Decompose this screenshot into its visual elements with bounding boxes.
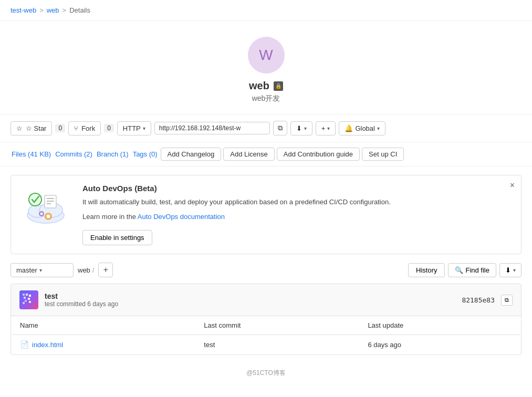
fork-icon: ⑂ [74, 124, 78, 132]
commit-info: test test committed 6 days ago 82185e83 … [11, 284, 521, 355]
branch-selector[interactable]: master ▾ [11, 263, 74, 277]
repo-visibility-badge: 🔒 [274, 81, 283, 91]
add-contribution-button[interactable]: Add Contribution guide [277, 148, 360, 161]
close-devops-banner-button[interactable]: × [510, 181, 515, 190]
breadcrumb-sep-1: > [39, 6, 44, 14]
svg-rect-12 [23, 294, 25, 296]
tabs-bar: Files (41 KB) Commits (2) Branch (1) Tag… [0, 142, 532, 166]
branch-chevron-icon: ▾ [39, 267, 42, 273]
breadcrumb: test-web > web > Details [0, 0, 532, 21]
col-last-update: Last update [359, 316, 520, 335]
repo-description: web开发 [11, 94, 521, 103]
action-bar: ☆ ☆ Star 0 ⑂ Fork 0 HTTP ▾ http://192.16… [0, 114, 532, 142]
svg-rect-8 [45, 195, 56, 208]
file-last-update: 6 days ago [359, 335, 520, 354]
svg-point-6 [40, 213, 43, 215]
tab-files[interactable]: Files (41 KB) [11, 148, 52, 160]
col-last-commit: Last commit [195, 316, 359, 335]
history-button[interactable]: History [408, 263, 445, 277]
file-browser-actions: History 🔍 Find file ⬇ ▾ [408, 263, 521, 277]
path-separator: / [92, 266, 95, 274]
chevron-down-icon-4: ▾ [377, 126, 380, 131]
search-icon: 🔍 [455, 266, 463, 274]
svg-point-7 [29, 193, 41, 206]
add-license-button[interactable]: Add License [223, 148, 275, 161]
table-row: 📄 index.html test 6 days ago [12, 335, 521, 354]
copy-hash-icon: ⧉ [505, 297, 509, 303]
bell-icon: 🔔 [345, 124, 353, 132]
add-file-button[interactable]: + [98, 263, 113, 277]
repo-header: W web 🔒 web开发 [0, 21, 532, 114]
download-icon: ⬇ [296, 124, 302, 132]
path-breadcrumb: web / [78, 266, 94, 274]
tab-branch[interactable]: Branch (1) [96, 148, 130, 160]
file-browser: master ▾ web / + History 🔍 Find file ⬇ ▾ [11, 263, 521, 355]
fork-count: 0 [104, 124, 114, 132]
enable-devops-button[interactable]: Enable in settings [82, 230, 152, 245]
devops-banner: Auto DevOps (Beta) It will automatically… [11, 175, 521, 254]
add-dropdown[interactable]: + ▾ [316, 121, 336, 135]
devops-learn-more: Learn more in the Auto DevOps documentat… [82, 212, 513, 222]
commit-hash: 82185e83 [462, 296, 495, 304]
star-button[interactable]: ☆ ☆ Star [11, 121, 52, 135]
breadcrumb-sep-2: > [62, 6, 67, 14]
svg-rect-15 [24, 297, 26, 299]
repo-name: web 🔒 [11, 80, 521, 92]
download-archive-button[interactable]: ⬇ ▾ [499, 263, 521, 277]
commit-row: test test committed 6 days ago 82185e83 … [11, 284, 521, 316]
plus-icon: + [321, 124, 326, 132]
devops-description: It will automatically build, test, and d… [82, 197, 513, 207]
col-name: Name [12, 316, 196, 335]
download-dropdown[interactable]: ⬇ ▾ [290, 121, 312, 135]
download-icon-2: ⬇ [505, 266, 511, 274]
tab-commits[interactable]: Commits (2) [54, 148, 93, 160]
copy-hash-button[interactable]: ⧉ [501, 295, 513, 306]
file-link[interactable]: 📄 index.html [20, 340, 187, 349]
commit-subtitle: test committed 6 days ago [45, 300, 455, 308]
add-changelog-button[interactable]: Add Changelog [161, 148, 222, 161]
svg-rect-13 [26, 294, 28, 296]
chevron-down-icon-2: ▾ [304, 126, 307, 131]
find-file-button[interactable]: 🔍 Find file [448, 263, 496, 277]
set-up-ci-button[interactable]: Set up CI [362, 148, 404, 161]
file-table: Name Last commit Last update 📄 index.htm… [11, 316, 521, 354]
copy-url-button[interactable]: ⧉ [273, 121, 287, 135]
avatar: W [248, 37, 285, 74]
fork-button[interactable]: ⑂ Fork [68, 121, 101, 135]
svg-rect-14 [29, 295, 31, 297]
star-count: 0 [55, 124, 65, 132]
svg-rect-17 [25, 300, 27, 302]
svg-rect-19 [23, 302, 25, 304]
file-browser-header: master ▾ web / + History 🔍 Find file ⬇ ▾ [11, 263, 521, 277]
file-name-text: index.html [32, 341, 63, 349]
devops-illustration [19, 184, 72, 227]
notifications-dropdown[interactable]: 🔔 Global ▾ [339, 121, 385, 135]
svg-point-4 [47, 215, 50, 218]
url-display: http://192.168.192.148/test-w [154, 122, 270, 134]
svg-rect-16 [28, 298, 30, 300]
commit-title: test [45, 292, 455, 300]
devops-content: Auto DevOps (Beta) It will automatically… [82, 184, 513, 245]
breadcrumb-web[interactable]: web [47, 6, 59, 14]
file-last-commit: test [195, 335, 359, 354]
plus-icon-2: + [103, 265, 108, 275]
breadcrumb-current: Details [69, 6, 90, 14]
breadcrumb-test-web[interactable]: test-web [11, 6, 36, 14]
chevron-down-icon-5: ▾ [513, 267, 516, 273]
devops-docs-link[interactable]: Auto DevOps documentation [138, 213, 225, 221]
http-dropdown[interactable]: HTTP ▾ [117, 121, 151, 135]
watermark: @51CTO博客 [0, 363, 532, 383]
commit-avatar [19, 290, 38, 309]
tab-tags[interactable]: Tags (0) [132, 148, 159, 160]
commit-avatar-icon [22, 292, 36, 307]
star-icon: ☆ [16, 124, 23, 132]
svg-rect-18 [29, 301, 31, 303]
copy-icon: ⧉ [278, 124, 283, 132]
chevron-down-icon-3: ▾ [327, 126, 330, 131]
commit-meta: test test committed 6 days ago [45, 292, 455, 308]
file-icon: 📄 [20, 340, 29, 349]
chevron-down-icon: ▾ [143, 126, 145, 131]
devops-title: Auto DevOps (Beta) [82, 184, 513, 193]
